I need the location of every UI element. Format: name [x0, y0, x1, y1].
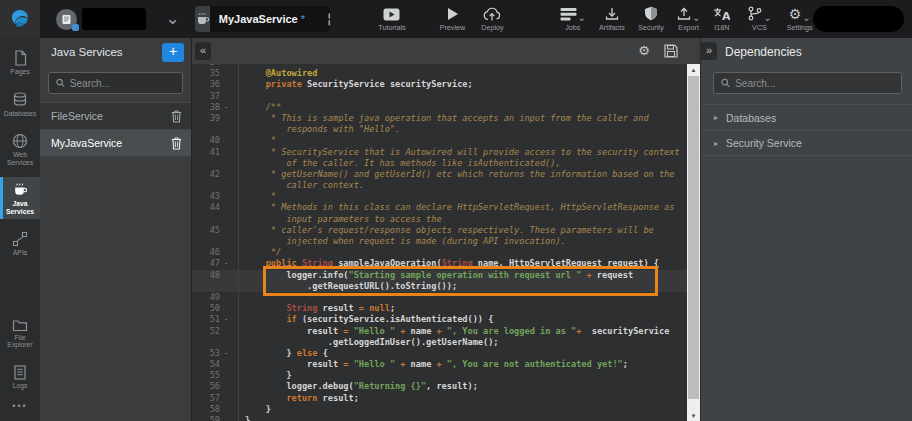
- code-line-57[interactable]: 57 return result;: [192, 393, 687, 404]
- add-java-service-button[interactable]: +: [162, 43, 184, 62]
- code-line-47[interactable]: 47- public String sampleJavaOperation(St…: [192, 258, 687, 269]
- project-chevron-down-icon[interactable]: ⌄: [166, 15, 180, 23]
- settings-chevron-down-icon: ⌄: [802, 15, 810, 21]
- code-line-54[interactable]: 54 result = "Hello " + name + ", You are…: [192, 359, 687, 370]
- preview-button[interactable]: Preview: [440, 6, 466, 32]
- code-line-36[interactable]: 36 private SecurityService securityServi…: [192, 79, 687, 90]
- services-search[interactable]: [48, 72, 183, 94]
- code-line-37[interactable]: 37: [192, 91, 687, 102]
- code-line-44[interactable]: 44 * Methods in this class can declare H…: [192, 202, 687, 213]
- code-editor[interactable]: « ⚙ 3435 @Autowired36 private SecuritySe…: [192, 38, 700, 421]
- code-line-59[interactable]: 59}: [192, 415, 687, 421]
- more-options-dots-icon[interactable]: •••: [0, 393, 40, 421]
- jobs-chevron-down-icon: ⌄: [578, 15, 586, 21]
- globe-icon: [12, 133, 28, 149]
- expand-dependencies-button[interactable]: »: [701, 42, 717, 60]
- code-line-38[interactable]: 38- /**: [192, 102, 687, 113]
- expand-arrow-icon: ▸: [714, 113, 718, 122]
- i18n-button[interactable]: A I18N: [713, 6, 730, 32]
- sidebar-item-pages[interactable]: Pages: [0, 45, 40, 80]
- code-line-wrap[interactable]: .getRequestURL().toString());: [192, 281, 687, 292]
- code-line-wrap[interactable]: .getLoggedInUser().getUserName();: [192, 337, 687, 348]
- service-item-myjavaservice[interactable]: MyJavaService: [40, 130, 191, 157]
- code-rows[interactable]: 3435 @Autowired36 private SecurityServic…: [192, 64, 687, 421]
- settings-button[interactable]: ⚙ ⌄ Settings: [787, 6, 813, 32]
- jobs-list-icon: [560, 7, 577, 21]
- code-line-49[interactable]: 49: [192, 292, 687, 303]
- sidebar-item-apis[interactable]: APIs: [0, 226, 40, 261]
- code-line-wrap[interactable]: input parameters to access the: [192, 214, 687, 225]
- open-service-tab[interactable]: MyJavaService *: [195, 6, 331, 32]
- services-list: FileService MyJavaService: [40, 102, 191, 157]
- editor-scrollbar[interactable]: ▴ ▾: [687, 64, 700, 421]
- export-button[interactable]: ⌄ Export: [677, 6, 700, 32]
- redacted-project-name: [82, 8, 146, 30]
- code-line-wrap[interactable]: caller context.: [192, 180, 687, 191]
- app-logo[interactable]: [0, 0, 40, 38]
- sidebar-item-file-explorer[interactable]: File Explorer: [0, 313, 40, 353]
- trash-icon[interactable]: [171, 137, 182, 150]
- code-line-wrap[interactable]: responds with "Hello".: [192, 124, 687, 135]
- code-line-45[interactable]: 45 * caller's request/response objects r…: [192, 225, 687, 236]
- tab-myjavaservice[interactable]: MyJavaService *: [210, 6, 314, 32]
- service-item-fileservice[interactable]: FileService: [40, 103, 191, 130]
- code-line-56[interactable]: 56 logger.debug("Returning {}", result);: [192, 381, 687, 392]
- trash-icon[interactable]: [171, 110, 182, 123]
- code-line-40[interactable]: 40 *: [192, 135, 687, 146]
- save-icon[interactable]: [664, 44, 678, 58]
- scroll-down-arrow-icon[interactable]: ▾: [687, 410, 700, 421]
- vcs-button[interactable]: ⌄ VCS: [747, 6, 771, 32]
- code-line-58[interactable]: 58 }: [192, 404, 687, 415]
- sidebar-item-logs[interactable]: Logs: [0, 360, 40, 394]
- editor-settings-gear-icon[interactable]: ⚙: [638, 44, 650, 58]
- project-doc-icon: [61, 14, 72, 25]
- code-line-35[interactable]: 35 @Autowired: [192, 68, 687, 79]
- code-line-41[interactable]: 41 * SecurityService that is Autowired w…: [192, 147, 687, 158]
- code-line-43[interactable]: 43 *: [192, 191, 687, 202]
- sidebar-item-web-services[interactable]: Web Services: [0, 128, 40, 170]
- collapse-services-panel-button[interactable]: «: [195, 42, 211, 60]
- editor-toolbar: « ⚙: [192, 38, 700, 64]
- security-button[interactable]: Security: [638, 6, 664, 32]
- code-line-53[interactable]: 53- } else {: [192, 348, 687, 359]
- dependencies-panel: » Dependencies ▸ Databases ▸ Security Se…: [700, 38, 912, 421]
- scrollbar-thumb[interactable]: [688, 76, 699, 399]
- dependency-item-databases[interactable]: ▸ Databases: [701, 104, 912, 130]
- services-search-input[interactable]: [70, 78, 175, 89]
- dependencies-search-input[interactable]: [735, 78, 894, 89]
- code-line-55[interactable]: 55 }: [192, 370, 687, 381]
- upload-icon: [677, 7, 691, 21]
- database-icon: [12, 92, 28, 108]
- sidebar-item-databases[interactable]: Databases: [0, 87, 40, 122]
- panel-title: Java Services: [51, 46, 162, 58]
- export-chevron-down-icon: ⌄: [692, 15, 700, 21]
- code-line-42[interactable]: 42 * getUserName() and getUserId() etc w…: [192, 169, 687, 180]
- scroll-up-arrow-icon[interactable]: ▴: [687, 64, 700, 75]
- sidebar-item-java-services[interactable]: Java Services: [0, 177, 40, 219]
- dependencies-search[interactable]: [713, 72, 902, 94]
- code-line-51[interactable]: 51- if (securityService.isAuthenticated(…: [192, 314, 687, 325]
- edit-badge-icon: [72, 24, 79, 31]
- folder-icon: [12, 318, 28, 332]
- code-line-52[interactable]: 52 result = "Hello " + name + ", You are…: [192, 326, 687, 337]
- svg-text:A: A: [722, 10, 730, 21]
- code-line-39[interactable]: 39 * This is sample java operation that …: [192, 113, 687, 124]
- project-avatar[interactable]: [56, 9, 77, 30]
- code-line-48[interactable]: 48 logger.info("Starting sample operatio…: [192, 270, 687, 281]
- jobs-button[interactable]: ⌄ Jobs: [560, 6, 586, 32]
- gear-icon: ⚙: [789, 7, 802, 21]
- code-line-50[interactable]: 50 String result = null;: [192, 303, 687, 314]
- artifacts-button[interactable]: Artifacts: [599, 6, 625, 32]
- dependency-item-security-service[interactable]: ▸ Security Service: [701, 130, 912, 156]
- play-icon: [446, 6, 459, 21]
- tab-list-grid-icon[interactable]: [314, 6, 330, 32]
- top-bar: ⌄ MyJavaService *: [0, 0, 912, 38]
- vcs-chevron-down-icon: ⌄: [763, 15, 771, 21]
- coffee-icon: [12, 182, 28, 198]
- deploy-button[interactable]: Deploy: [481, 6, 503, 32]
- tutorials-button[interactable]: Tutorials: [378, 6, 405, 32]
- download-icon: [605, 6, 619, 21]
- code-line-46[interactable]: 46 */: [192, 247, 687, 258]
- code-line-wrap[interactable]: injected when request is made (during AP…: [192, 236, 687, 247]
- code-line-wrap[interactable]: of the caller. It has methods like isAut…: [192, 158, 687, 169]
